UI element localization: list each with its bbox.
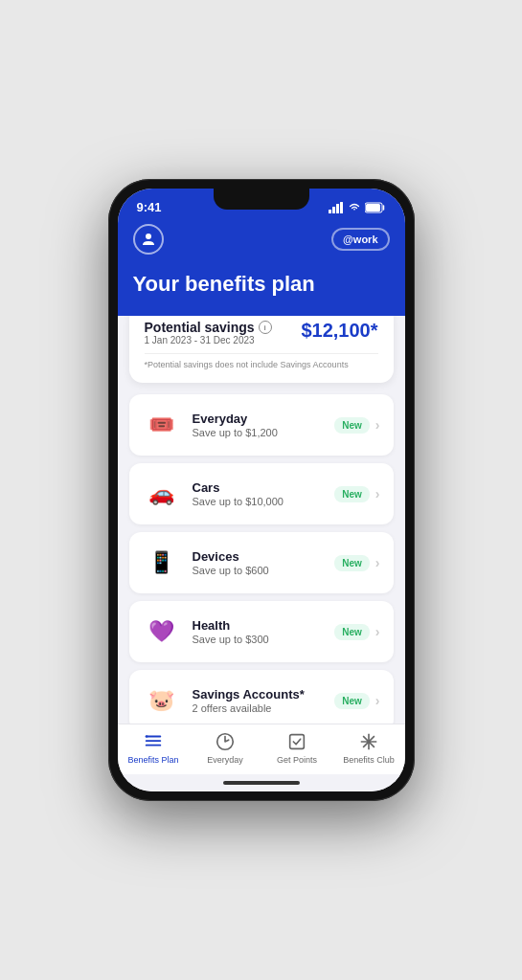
content-area: Potential savings i 1 Jan 2023 - 31 Dec … (118, 316, 405, 724)
everyday-icon (215, 731, 236, 752)
user-icon (141, 232, 156, 247)
work-badge[interactable]: @work (331, 228, 389, 251)
nav-item-benefits-plan[interactable]: Benefits Plan (118, 730, 190, 765)
cars-chevron: › (375, 486, 380, 501)
svg-rect-10 (146, 736, 148, 738)
savings-name: Savings Accounts* (193, 687, 335, 702)
nav-label-benefits-plan: Benefits Plan (127, 755, 178, 765)
savings-icon: 🐷 (143, 681, 181, 720)
everyday-name: Everyday (193, 412, 335, 426)
avatar-button[interactable] (133, 224, 164, 255)
savings-card[interactable]: Potential savings i 1 Jan 2023 - 31 Dec … (129, 316, 394, 383)
signal-icon (329, 202, 344, 213)
list-icon (143, 731, 164, 752)
nav-label-everyday: Everyday (207, 755, 243, 765)
health-new-badge: New (334, 624, 370, 640)
everyday-icon: 🎟️ (143, 406, 181, 444)
benefit-item-devices[interactable]: 📱DevicesSave up to $600New› (129, 532, 394, 593)
nav-label-get-points: Get Points (277, 755, 317, 765)
benefit-item-everyday[interactable]: 🎟️EverydaySave up to $1,200New› (129, 394, 394, 456)
devices-icon: 📱 (143, 544, 181, 582)
savings-sub: 2 offers available (193, 702, 335, 714)
cars-icon: 🚗 (143, 475, 181, 513)
nav-label-benefits-club: Benefits Club (343, 755, 395, 765)
benefit-item-health[interactable]: 💜HealthSave up to $300New› (129, 601, 394, 662)
everyday-nav-icon (214, 730, 237, 753)
benefit-item-cars[interactable]: 🚗CarsSave up to $10,000New› (129, 463, 394, 524)
everyday-chevron: › (375, 417, 380, 433)
page-title-section: Your benefits plan (118, 272, 405, 316)
benefits-list: 🎟️EverydaySave up to $1,200New›🚗CarsSave… (129, 394, 394, 724)
benefit-item-savings[interactable]: 🐷Savings Accounts*2 offers availableNew› (129, 670, 394, 724)
devices-sub: Save up to $600 (193, 565, 335, 576)
notch (214, 189, 309, 210)
svg-point-6 (146, 234, 151, 239)
svg-rect-3 (340, 202, 343, 213)
benefits-plan-icon (142, 730, 165, 753)
devices-chevron: › (375, 555, 380, 570)
cars-sub: Save up to $10,000 (193, 496, 335, 507)
health-chevron: › (375, 624, 380, 639)
devices-new-badge: New (334, 555, 370, 571)
home-bar (223, 781, 300, 785)
nav-item-get-points[interactable]: Get Points (261, 730, 333, 765)
svg-rect-12 (290, 735, 305, 749)
devices-name: Devices (193, 549, 335, 564)
health-name: Health (193, 618, 335, 633)
svg-rect-5 (366, 204, 380, 212)
savings-new-badge: New (334, 693, 370, 709)
svg-rect-2 (336, 204, 339, 213)
nav-item-everyday[interactable]: Everyday (190, 730, 261, 765)
info-icon[interactable]: i (259, 321, 272, 334)
svg-rect-1 (332, 207, 335, 213)
savings-chevron: › (375, 693, 380, 708)
everyday-sub: Save up to $1,200 (193, 427, 335, 438)
home-indicator (118, 774, 405, 791)
savings-note: *Potential savings does not include Savi… (145, 353, 378, 369)
checkbox-icon (286, 731, 307, 752)
phone-screen: 9:41 (118, 189, 405, 791)
phone-frame: 9:41 (108, 179, 415, 801)
cars-name: Cars (193, 480, 335, 495)
svg-rect-9 (146, 745, 162, 746)
battery-icon (365, 202, 386, 213)
everyday-new-badge: New (334, 417, 370, 434)
svg-point-17 (367, 740, 371, 744)
status-time: 9:41 (137, 200, 162, 214)
benefits-club-nav-icon (357, 730, 380, 753)
status-icons (329, 202, 386, 213)
savings-amount: $12,100* (301, 320, 377, 342)
bottom-nav: Benefits Plan Everyday (118, 724, 405, 774)
wifi-icon (348, 202, 361, 212)
svg-rect-0 (329, 210, 331, 213)
health-icon: 💜 (143, 612, 181, 651)
savings-dates: 1 Jan 2023 - 31 Dec 2023 (145, 335, 272, 345)
svg-rect-8 (146, 740, 162, 742)
savings-title: Potential savings i (145, 320, 272, 335)
cars-new-badge: New (334, 486, 370, 502)
snowflake-icon (358, 731, 379, 752)
get-points-nav-icon (285, 730, 308, 753)
page-title: Your benefits plan (133, 272, 390, 297)
header: @work (118, 218, 405, 272)
health-sub: Save up to $300 (193, 634, 335, 645)
nav-item-benefits-club[interactable]: Benefits Club (333, 730, 405, 765)
